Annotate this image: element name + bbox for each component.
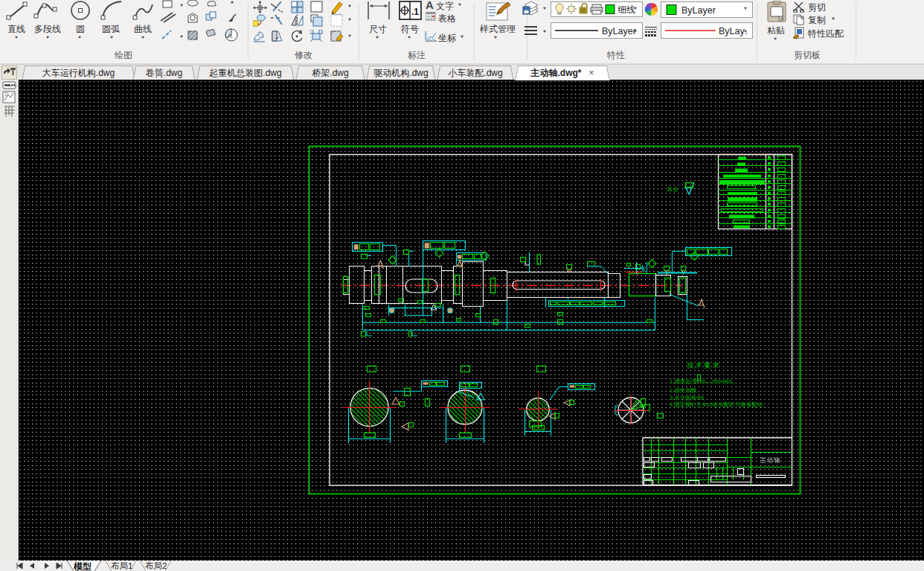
svg-text:布局2: 布局2: [145, 561, 167, 570]
svg-text:ByLayer: ByLayer: [602, 26, 636, 36]
svg-text:ByLayer: ByLayer: [681, 5, 716, 16]
svg-text:主动轴: 主动轴: [760, 456, 781, 464]
svg-text:模型: 模型: [73, 561, 92, 571]
svg-text:技术要求: 技术要求: [687, 361, 721, 369]
svg-text:布局1: 布局1: [111, 561, 132, 570]
svg-text:1.调质处理220—250HBS。: 1.调质处理220—250HBS。: [670, 378, 738, 385]
svg-text:A: A: [228, 32, 232, 39]
svg-text:3.未注圆角R5。: 3.未注圆角R5。: [670, 395, 709, 401]
svg-text:.1: .1: [411, 7, 419, 17]
svg-text:其余: 其余: [667, 186, 678, 193]
svg-text:细线: 细线: [617, 4, 635, 15]
svg-text:2.倒角倒黝。: 2.倒角倒黝。: [670, 387, 702, 394]
svg-text:ByLay…: ByLay…: [719, 26, 747, 36]
svg-text:4.固定螺钉孔Φ10在装配时与卷筒配钻。: 4.固定螺钉孔Φ10在装配时与卷筒配钻。: [670, 401, 769, 408]
